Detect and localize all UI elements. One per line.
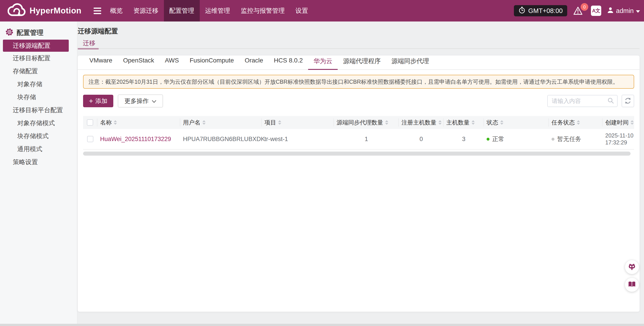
plus-icon: + [89, 98, 93, 104]
main-nav: 概览 资源迁移 配置管理 运维管理 监控与报警管理 设置 [105, 0, 314, 22]
sidebar-item-migration-target-config[interactable]: 迁移目标配置 [0, 52, 77, 65]
sort-icon[interactable] [577, 120, 580, 125]
alerts-button[interactable]: 0 [573, 5, 585, 16]
open-book-icon [628, 280, 636, 289]
refresh-button[interactable] [622, 95, 634, 107]
timezone-pill[interactable]: GMT+08:00 [514, 5, 567, 16]
sidebar-item-migration-source-config[interactable]: 迁移源端配置 [3, 40, 69, 52]
robot-assistant-icon [628, 262, 636, 272]
tab-huawei-cloud[interactable]: 华为云 [308, 56, 338, 70]
documentation-fab-button[interactable] [625, 278, 639, 292]
sort-icon[interactable] [385, 120, 388, 125]
add-button[interactable]: + 添加 [83, 95, 113, 107]
nav-item-overview[interactable]: 概览 [105, 0, 128, 22]
table-row: HuaWei_20251110173229 HPUA7RUBBGN6BRLUBX… [83, 129, 634, 150]
user-menu[interactable]: admin [607, 7, 640, 15]
sort-icon[interactable] [114, 120, 117, 125]
sort-icon[interactable] [472, 120, 475, 125]
tab-fusioncompute[interactable]: FusionCompute [184, 56, 239, 70]
sort-icon[interactable] [438, 120, 442, 125]
sidebar-item-policy-settings[interactable]: 策略设置 [0, 156, 77, 168]
top-navbar: HyperMotion 概览 资源迁移 配置管理 运维管理 监控与报警管理 设置… [0, 0, 644, 22]
horizontal-scrollbar-thumb[interactable] [83, 152, 630, 156]
alert-count-badge: 0 [581, 3, 588, 11]
column-header-source-sync-agent-count[interactable]: 源端同步代理数量 [334, 118, 399, 126]
sidebar-item-block-storage[interactable]: 块存储 [0, 91, 77, 104]
tab-vmware[interactable]: VMware [84, 56, 118, 70]
row-select-cell [83, 136, 98, 142]
search-input[interactable] [552, 98, 607, 104]
sidebar-item-object-storage-mode[interactable]: 对象存储模式 [0, 117, 77, 130]
sidebar-item-block-storage-mode[interactable]: 块存储模式 [0, 130, 77, 142]
assistant-fab-button[interactable] [625, 260, 639, 274]
chevron-down-icon [152, 98, 156, 104]
table-header-row: 名称 用户名 项目 源端同步代理数量 [83, 116, 634, 129]
cell-status: 正常 [484, 135, 549, 143]
user-icon [607, 7, 614, 15]
nav-item-ops-management[interactable]: 运维管理 [200, 0, 236, 22]
column-header-status[interactable]: 状态 [484, 118, 549, 126]
sidebar-title: 配置管理 [5, 28, 77, 38]
main-content: 迁移源端配置 迁移 VMware OpenStack AWS FusionCom… [77, 22, 644, 326]
platform-tabs: VMware OpenStack AWS FusionCompute Oracl… [78, 56, 640, 70]
tab-hcs-802[interactable]: HCS 8.0.2 [268, 56, 308, 70]
sort-icon[interactable] [500, 120, 504, 125]
refresh-icon [624, 97, 632, 105]
search-box [547, 95, 618, 107]
toolbar-left: + 添加 更多操作 [83, 94, 163, 108]
cell-source-sync-agent-count: 1 [334, 136, 399, 142]
sort-icon[interactable] [630, 120, 634, 125]
sidebar-item-object-storage[interactable]: 对象存储 [0, 78, 77, 91]
column-header-registered-host-count[interactable]: 注册主机数量 [399, 118, 444, 126]
timezone-label: GMT+08:00 [528, 7, 563, 14]
chevron-down-icon [636, 7, 640, 14]
cell-username: HPUA7RUBBGN6BRLUBXDK [180, 136, 262, 142]
tabstrip-divider [77, 48, 640, 49]
cell-created-time: 2025-11-10 17:32:29 [602, 132, 634, 146]
content-card: VMware OpenStack AWS FusionCompute Oracl… [78, 56, 640, 312]
cloud-sync-logo-icon [8, 3, 26, 18]
sidebar-item-general-mode[interactable]: 通用模式 [0, 142, 77, 156]
column-header-created-time[interactable]: 创建时间 [602, 118, 634, 126]
tab-source-agent[interactable]: 源端代理程序 [338, 56, 386, 70]
app-root: HyperMotion 概览 资源迁移 配置管理 运维管理 监控与报警管理 设置… [0, 0, 644, 326]
cell-host-count: 3 [444, 136, 484, 142]
nav-item-config-management[interactable]: 配置管理 [164, 0, 200, 22]
brand-name: HyperMotion [30, 6, 82, 16]
cell-task-status: 暂无任务 [549, 135, 602, 143]
column-header-name[interactable]: 名称 [98, 118, 180, 126]
warning-notice: 注意：截至2025年10月31日，华为云仅在部分区域（目前仅深圳区域）开放CBR… [83, 75, 634, 89]
top-tabstrip: 迁移 [77, 38, 644, 49]
toolbar-right [547, 95, 634, 107]
select-all-cell [83, 118, 98, 126]
hamburger-menu-icon[interactable] [92, 6, 102, 16]
source-platform-link[interactable]: HuaWei_20251110173229 [100, 136, 171, 142]
language-switch-icon[interactable]: A文 [591, 6, 601, 16]
row-checkbox[interactable] [87, 136, 94, 142]
sidebar: 配置管理 迁移源端配置 迁移目标配置 存储配置 对象存储 块存储 迁移目标平台配… [0, 22, 77, 326]
sort-icon[interactable] [202, 120, 206, 125]
cell-registered-host-count: 0 [399, 136, 444, 142]
sidebar-item-target-platform-config[interactable]: 迁移目标平台配置 [0, 104, 77, 117]
sort-icon[interactable] [278, 120, 281, 125]
tab-aws[interactable]: AWS [160, 56, 184, 70]
column-header-project[interactable]: 项目 [262, 118, 334, 126]
sidebar-item-storage-config[interactable]: 存储配置 [0, 65, 77, 78]
nav-item-monitor-alarm[interactable]: 监控与报警管理 [236, 0, 290, 22]
tab-oracle[interactable]: Oracle [239, 56, 268, 70]
select-all-checkbox[interactable] [87, 119, 93, 126]
warning-notice-text: 注意：截至2025年10月31日，华为云仅在部分区域（目前仅深圳区域）开放CBR… [88, 78, 618, 86]
warning-triangle-icon [573, 12, 583, 16]
bottom-edge-strip [0, 324, 644, 326]
column-header-username[interactable]: 用户名 [180, 118, 262, 126]
nav-item-settings[interactable]: 设置 [290, 0, 314, 22]
tab-openstack[interactable]: OpenStack [118, 56, 160, 70]
column-header-task-status[interactable]: 任务状态 [549, 118, 602, 126]
more-actions-button[interactable]: 更多操作 [118, 94, 163, 108]
tab-migration[interactable]: 迁移 [83, 39, 96, 48]
nav-item-resource-migration[interactable]: 资源迁移 [128, 0, 164, 22]
search-icon[interactable] [607, 97, 614, 105]
brand[interactable]: HyperMotion [8, 3, 82, 18]
tab-source-sync-agent[interactable]: 源端同步代理 [386, 56, 434, 70]
column-header-host-count[interactable]: 主机数量 [444, 118, 484, 126]
